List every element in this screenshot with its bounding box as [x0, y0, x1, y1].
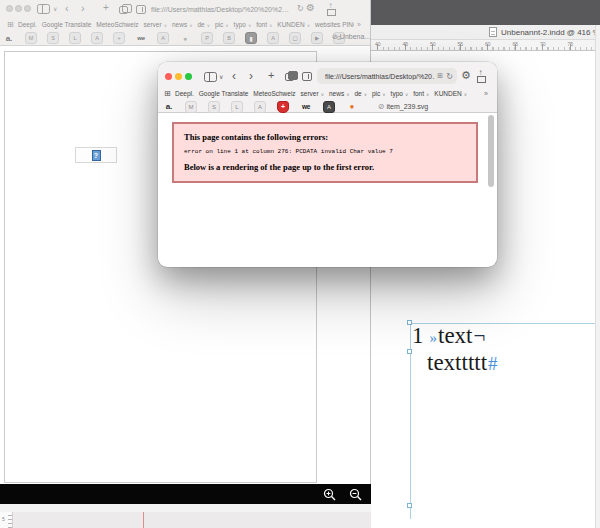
horizontal-scrollbar-track[interactable]	[0, 504, 371, 512]
refresh-icon[interactable]: ↻	[297, 5, 304, 13]
bookmark-item[interactable]: Deepl.	[18, 21, 37, 28]
zoom-in-icon[interactable]	[323, 488, 336, 501]
bookmark-item[interactable]: de∨	[197, 21, 210, 28]
bookmark-item[interactable]: websites PINC∨	[315, 21, 354, 28]
overflow-chevrons-icon[interactable]: »	[484, 90, 488, 97]
url-field[interactable]: file:///Users/matthias/Desktop/%20%20%2…	[145, 6, 295, 13]
text-line-1[interactable]: 1»text¬	[412, 324, 485, 350]
pen-favicon-icon[interactable]: a.	[3, 32, 15, 44]
share-icon[interactable]: ↑	[327, 4, 337, 16]
bookmarks-grid-icon[interactable]: ⊞	[7, 21, 14, 29]
bookmark-item[interactable]: KUNDEN∨	[277, 21, 310, 28]
favicon-a-icon[interactable]: A	[323, 101, 335, 113]
bookmark-item[interactable]: Google Translate	[42, 21, 92, 28]
bookmark-item[interactable]: typo∨	[234, 21, 252, 28]
zoom-out-icon[interactable]	[349, 488, 362, 501]
favorites-icon-bar: a.MSLA+weA●PB▮A▢▶G	[3, 31, 355, 45]
forward-icon[interactable]: ›	[249, 70, 253, 82]
bookmark-item[interactable]: font∨	[256, 21, 272, 28]
bookmark-item[interactable]: server∨	[144, 21, 167, 28]
favicon-l-icon[interactable]: L	[69, 32, 81, 44]
close-button[interactable]	[165, 73, 172, 80]
shield-favicon-icon[interactable]: +	[113, 32, 125, 44]
favicon-a-icon[interactable]: A	[254, 101, 266, 113]
gear-icon[interactable]: ⚙	[306, 3, 315, 13]
website-settings-icon[interactable]: ⊞	[437, 72, 443, 80]
background-tab[interactable]: ⊘ Unbena...	[332, 33, 370, 40]
tab-overview-icon[interactable]	[302, 72, 312, 81]
bookmark-item[interactable]: typo∨	[391, 90, 409, 97]
bookmark-item[interactable]: Deepl.	[175, 90, 194, 97]
bookmark-item[interactable]: de∨	[354, 90, 367, 97]
text-line-2[interactable]: texttttt#	[427, 351, 498, 376]
bookmark-item[interactable]: pic∨	[372, 90, 386, 97]
sidebar-icon[interactable]	[37, 4, 50, 14]
bookmark-item[interactable]: news∨	[172, 21, 192, 28]
favicon-s-icon[interactable]: S	[208, 101, 220, 113]
ruler-number: 55	[447, 40, 475, 49]
bookmark-item[interactable]: Google Translate	[199, 90, 249, 97]
zoom-button[interactable]	[24, 5, 31, 12]
pen-favicon-icon[interactable]: a.	[163, 101, 175, 113]
indesign-title-bar: Unbenannt-2.indd @ 416 % [GP	[371, 25, 600, 40]
favicon-a-icon[interactable]: A	[157, 32, 169, 44]
new-tab-icon[interactable]: +	[268, 70, 274, 81]
bookmark-item[interactable]: pic∨	[215, 21, 229, 28]
share-icon[interactable]: ↑	[477, 71, 487, 83]
close-button[interactable]	[6, 5, 13, 12]
favicon-m-icon[interactable]: M	[185, 101, 197, 113]
bookmark-item[interactable]: MeteoSchweiz	[96, 21, 138, 28]
ruler-number: 75	[557, 40, 585, 49]
copy-tabs-icon[interactable]	[119, 6, 128, 14]
foreground-toolbar: ∨ ‹ › + file:///Users/matthias/Desktop/%…	[158, 62, 497, 113]
url-field[interactable]: file:///Users/matthias/Desktop/%20… ⊞ ↻	[317, 68, 457, 84]
indesign-scrollbar-track[interactable]	[595, 25, 600, 528]
back-icon[interactable]: ‹	[232, 70, 236, 82]
favicon-a-icon[interactable]: A	[267, 32, 279, 44]
vertical-scrollbar-thumb[interactable]	[488, 115, 494, 187]
zoom-button[interactable]	[185, 73, 192, 80]
swiss-shield-favicon-icon[interactable]: +	[277, 101, 289, 113]
dot-favicon-icon[interactable]: ●	[179, 32, 191, 44]
minimize-button[interactable]	[175, 73, 182, 80]
block-favicon-icon[interactable]: ▮	[245, 32, 257, 44]
copy-tabs-icon[interactable]	[285, 73, 294, 81]
active-tab[interactable]: ⊘item_239.svg	[343, 102, 463, 111]
bookmarks-grid-icon[interactable]: ⊞	[164, 90, 171, 98]
favicon-a-icon[interactable]: A	[91, 32, 103, 44]
frame-handle[interactable]	[407, 503, 412, 508]
bookmark-item[interactable]: server∨	[301, 90, 324, 97]
box-favicon-icon[interactable]: ▢	[289, 32, 301, 44]
favicon-b-icon[interactable]: B	[223, 32, 235, 44]
refresh-icon[interactable]: ↻	[446, 72, 453, 81]
bookmark-item[interactable]: font∨	[413, 90, 429, 97]
bookmark-item[interactable]: MeteoSchweiz	[253, 90, 295, 97]
new-tab-icon[interactable]: +	[103, 3, 109, 13]
url-text: file:///Users/matthias/Desktop/%20…	[325, 73, 435, 80]
tab-title: item_239.svg	[387, 103, 429, 110]
play-favicon-icon[interactable]: ▶	[311, 32, 323, 44]
we-favicon-icon[interactable]: we	[300, 101, 312, 113]
forward-icon[interactable]: ›	[81, 3, 85, 14]
bookmark-item[interactable]: KUNDEN∨	[434, 90, 467, 97]
document-title: Unbenannt-2.indd @ 416 % [GP	[501, 28, 600, 37]
xml-error-box: This page contains the following errors:…	[172, 122, 478, 183]
gear-icon[interactable]: ⚙	[461, 70, 471, 81]
back-icon[interactable]: ‹	[65, 3, 69, 14]
chevron-down-icon[interactable]: ∨	[53, 6, 57, 12]
line-break-marker-icon: ¬	[474, 324, 486, 348]
no-favicon-icon: ⊘	[332, 33, 338, 40]
favicon-m-icon[interactable]: M	[25, 32, 37, 44]
ruler-number: 70	[529, 40, 557, 49]
favicon-l-icon[interactable]: L	[231, 101, 243, 113]
minimize-button[interactable]	[15, 5, 22, 12]
ruler-numbers: 404550556065707580	[364, 40, 600, 49]
bookmark-item[interactable]: news∨	[329, 90, 349, 97]
chevron-down-icon[interactable]: ∨	[219, 74, 223, 80]
favicon-p-icon[interactable]: P	[201, 32, 213, 44]
sidebar-icon[interactable]	[204, 72, 217, 82]
favicon-s-icon[interactable]: S	[47, 32, 59, 44]
we-favicon-icon[interactable]: we	[135, 32, 147, 44]
overflow-chevrons-icon[interactable]: »	[357, 21, 361, 28]
error-detail: error on line 1 at column 276: PCDATA in…	[184, 148, 466, 155]
